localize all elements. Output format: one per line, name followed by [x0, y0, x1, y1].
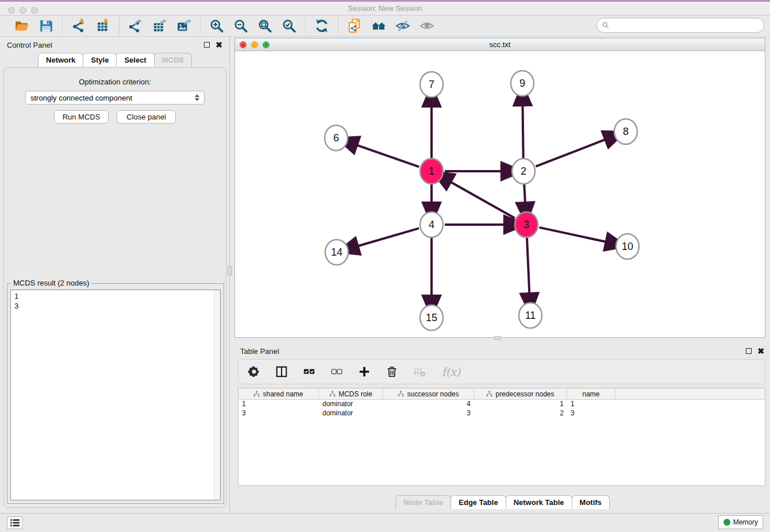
close-panel-button[interactable]: Close panel [117, 110, 176, 124]
node-table[interactable]: shared nameMCDS rolesuccessor nodesprede… [238, 388, 765, 486]
node-6[interactable]: 6 [325, 125, 348, 151]
edge-4-14[interactable] [355, 228, 419, 246]
zoom-in-button[interactable] [209, 18, 225, 34]
zoom-in-icon [209, 18, 224, 33]
node-label: 9 [519, 78, 525, 89]
node-4[interactable]: 4 [420, 212, 443, 237]
export-image-icon [176, 18, 191, 33]
app-titlebar: Session: New Session [0, 2, 770, 16]
refresh-layout-button[interactable] [314, 18, 330, 34]
node-10[interactable]: 10 [616, 234, 639, 259]
mcds-result-title: MCDS result (2 nodes) [11, 279, 91, 287]
column-header-predecessor-nodes[interactable]: predecessor nodes [474, 388, 567, 399]
table-row[interactable]: 1dominator411 [238, 400, 765, 409]
column-settings-icon [248, 365, 260, 378]
window-close-icon[interactable] [8, 7, 15, 14]
tab-style[interactable]: Style [83, 53, 117, 67]
mcds-result-text[interactable]: 13 [10, 290, 221, 500]
tab-edge-table[interactable]: Edge Table [451, 495, 506, 509]
view-close-icon[interactable]: x [240, 41, 247, 48]
edge-3-10[interactable] [539, 228, 609, 242]
node-8[interactable]: 8 [614, 119, 637, 144]
column-settings-button[interactable] [247, 364, 261, 379]
add-column-button[interactable] [357, 364, 372, 379]
split-view-icon [275, 365, 288, 378]
export-network-button[interactable] [128, 18, 144, 34]
tab-motifs[interactable]: Motifs [572, 495, 610, 509]
memory-button[interactable]: Memory [718, 515, 763, 529]
node-3[interactable]: 3 [515, 212, 538, 237]
first-neighbors-button[interactable] [371, 18, 387, 34]
edge-2-9[interactable] [522, 102, 523, 158]
export-image-button[interactable] [176, 18, 192, 34]
float-panel-icon[interactable] [204, 42, 210, 48]
network-splitter-handle[interactable] [494, 336, 501, 340]
show-details-button[interactable] [419, 18, 435, 34]
search-box[interactable] [596, 18, 764, 33]
toolbar-group [63, 18, 119, 34]
open-file-icon [14, 18, 29, 33]
delete-column-button[interactable] [384, 364, 399, 379]
tab-mcds[interactable]: MCDS [154, 53, 192, 67]
window-zoom-icon[interactable] [31, 7, 38, 14]
deselect-all-button[interactable] [329, 364, 344, 379]
close-table-panel-icon[interactable]: ✖ [757, 348, 764, 354]
duplicate-network-button[interactable] [346, 18, 363, 34]
node-9[interactable]: 9 [511, 71, 534, 96]
network-view-titlebar[interactable]: x - + scc.txt [235, 38, 765, 51]
column-header-successor-nodes[interactable]: successor nodes [383, 388, 474, 399]
select-all-button[interactable] [302, 364, 317, 379]
table-cell: 3 [238, 409, 319, 418]
export-table-button[interactable] [152, 18, 168, 34]
edge-3-1[interactable] [448, 180, 515, 218]
network-view-window: x - + scc.txt 7968124314101511 [234, 38, 765, 338]
open-file-button[interactable] [14, 18, 30, 34]
search-input[interactable] [610, 19, 764, 32]
import-network-button[interactable] [71, 18, 87, 34]
node-1[interactable]: 1 [420, 159, 443, 184]
column-header-shared-name[interactable]: shared name [238, 388, 319, 399]
network-canvas[interactable]: 7968124314101511 [235, 51, 765, 337]
run-mcds-button[interactable]: Run MCDS [54, 110, 109, 124]
node-14[interactable]: 14 [325, 240, 348, 265]
tab-network-table[interactable]: Network Table [506, 495, 572, 509]
edge-3-11[interactable] [527, 238, 530, 296]
edge-2-8[interactable] [536, 138, 608, 167]
close-panel-icon[interactable]: ✖ [215, 42, 222, 48]
window-minimize-icon[interactable] [20, 7, 26, 14]
edge-1-6[interactable] [354, 144, 419, 167]
optimization-criterion-label: Optimization criterion: [0, 78, 230, 86]
optimization-criterion-select[interactable]: strongly connected component [25, 91, 205, 105]
tab-node-table[interactable]: Node Table [395, 495, 451, 509]
tab-select[interactable]: Select [116, 53, 154, 67]
column-header-name[interactable]: name [567, 388, 615, 399]
toolbar-group [6, 18, 62, 34]
view-minimize-icon[interactable]: - [251, 41, 258, 48]
tab-network[interactable]: Network [38, 53, 83, 67]
view-maximize-icon[interactable]: + [263, 41, 270, 48]
delete-table-button [412, 364, 427, 379]
node-label: 15 [426, 312, 437, 323]
import-table-button[interactable] [95, 18, 111, 34]
toolbar-group [338, 18, 443, 34]
edge-2-3[interactable] [524, 184, 525, 206]
zoom-selected-button[interactable] [281, 18, 297, 34]
zoom-out-button[interactable] [233, 18, 249, 34]
float-table-panel-icon[interactable] [746, 348, 752, 354]
panel-splitter-handle[interactable] [228, 266, 232, 275]
node-2[interactable]: 2 [512, 159, 535, 184]
split-view-button[interactable] [274, 364, 289, 379]
hide-details-button[interactable] [395, 18, 411, 34]
node-15[interactable]: 15 [420, 305, 443, 330]
save-session-button[interactable] [38, 18, 54, 34]
result-scrollbar[interactable] [214, 290, 220, 500]
deselect-all-icon [330, 365, 343, 378]
task-history-button[interactable] [7, 516, 22, 529]
fit-content-button[interactable] [257, 18, 273, 34]
node-label: 7 [429, 79, 434, 90]
node-7[interactable]: 7 [420, 72, 443, 97]
memory-label: Memory [733, 518, 758, 526]
table-row[interactable]: 3dominator323 [238, 409, 765, 418]
column-header-MCDS-role[interactable]: MCDS role [319, 388, 383, 399]
node-11[interactable]: 11 [519, 303, 542, 328]
